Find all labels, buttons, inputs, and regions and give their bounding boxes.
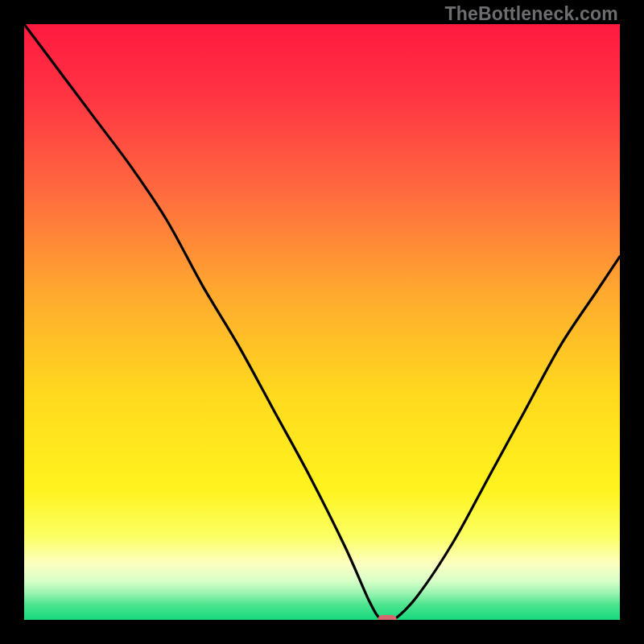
watermark-text: TheBottleneck.com	[444, 3, 618, 25]
optimum-marker	[378, 615, 397, 620]
chart-frame: TheBottleneck.com	[0, 0, 644, 644]
plot-area	[24, 24, 620, 620]
bottleneck-curve	[24, 24, 620, 620]
